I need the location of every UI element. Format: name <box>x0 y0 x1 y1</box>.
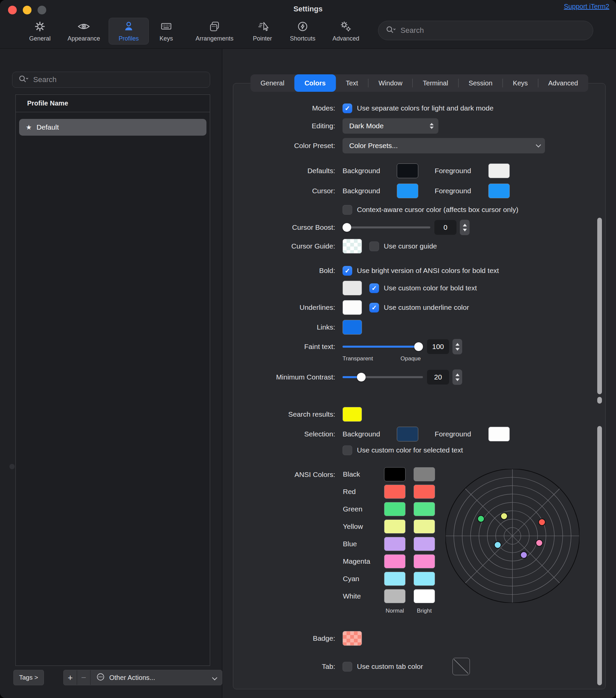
color-wheel-dot[interactable] <box>520 551 528 559</box>
title-bar: Settings Support iTerm2 General Appearan… <box>0 0 616 48</box>
profile-row-default[interactable]: ★ Default <box>19 119 206 136</box>
bold-bright-checkbox[interactable] <box>343 266 352 276</box>
toolbar-label: Appearance <box>67 35 100 42</box>
support-iterm2-link[interactable]: Support iTerm2 <box>564 3 609 10</box>
faint-text-value[interactable]: 100 <box>427 339 449 354</box>
badge-row: Badge: <box>233 631 606 646</box>
color-wheel-dot[interactable] <box>494 541 502 549</box>
toolbar-item-arrangements[interactable]: Arrangements <box>194 19 235 42</box>
remove-profile-button[interactable]: − <box>77 670 91 685</box>
underline-custom-checkbox[interactable] <box>369 303 379 312</box>
search-results-well[interactable] <box>343 407 362 422</box>
profile-search-field[interactable] <box>12 72 210 88</box>
ansi-white-bright-well[interactable] <box>414 589 435 603</box>
toolbar-item-advanced[interactable]: Advanced <box>326 19 366 42</box>
min-contrast-row: Minimum Contrast: 20 <box>233 369 606 385</box>
cursor-background-well[interactable] <box>397 183 418 198</box>
bold-custom-checkbox[interactable] <box>369 283 379 293</box>
star-icon: ★ <box>26 123 32 131</box>
selection-foreground-well[interactable] <box>488 427 510 442</box>
color-preset-dropdown[interactable]: Color Presets... <box>343 138 545 153</box>
ansi-yellow-normal-well[interactable] <box>384 519 406 533</box>
search-input[interactable] <box>400 26 586 35</box>
ansi-magenta-bright-well[interactable] <box>414 554 435 568</box>
search-results-label: Search results: <box>233 410 335 418</box>
tab-color-well-empty[interactable] <box>452 658 470 675</box>
tab-session[interactable]: Session <box>458 74 502 92</box>
modes-checkbox[interactable] <box>343 103 352 113</box>
defaults-label: Defaults: <box>233 167 335 175</box>
tab-colors[interactable]: Colors <box>294 74 336 92</box>
default-foreground-well[interactable] <box>488 164 510 178</box>
faint-text-stepper[interactable] <box>452 339 462 354</box>
scrollbar-thumb[interactable] <box>597 218 602 394</box>
scrollbar-thumb[interactable] <box>597 426 602 685</box>
tab-advanced[interactable]: Advanced <box>538 74 588 92</box>
cursor-boost-stepper[interactable] <box>460 220 469 235</box>
underline-color-well[interactable] <box>343 300 362 315</box>
cursor-boost-slider[interactable] <box>343 220 430 235</box>
bold-custom-text: Use custom color for bold text <box>384 284 477 292</box>
tab-keys[interactable]: Keys <box>503 74 537 92</box>
tab-window[interactable]: Window <box>368 74 412 92</box>
ansi-blue-bright-well[interactable] <box>414 537 435 551</box>
toolbar-item-keys[interactable]: Keys <box>146 19 186 42</box>
selection-custom-checkbox[interactable] <box>343 445 352 455</box>
cursor-guide-checkbox[interactable] <box>369 241 379 251</box>
min-contrast-stepper[interactable] <box>452 369 462 385</box>
profile-search-input[interactable] <box>32 75 204 84</box>
ansi-cyan-normal-well[interactable] <box>384 572 406 586</box>
color-wheel-dot[interactable] <box>538 518 546 526</box>
color-wheel[interactable] <box>446 469 579 603</box>
color-wheel-dot[interactable] <box>477 515 484 522</box>
tags-button[interactable]: Tags > <box>13 670 44 685</box>
editing-popup[interactable]: Dark Mode <box>343 118 438 134</box>
tab-terminal[interactable]: Terminal <box>413 74 458 92</box>
selection-background-well[interactable] <box>397 427 418 442</box>
context-aware-text: Context-aware cursor color (affects box … <box>357 206 519 214</box>
cursor-guide-well[interactable] <box>343 239 362 253</box>
other-actions-button[interactable]: Other Actions... <box>91 670 222 685</box>
ansi-blue-normal-well[interactable] <box>384 537 406 551</box>
toolbar-item-profiles[interactable]: Profiles <box>109 18 149 44</box>
bold-color-well[interactable] <box>343 281 362 295</box>
links-label: Links: <box>233 323 335 331</box>
faint-text-slider[interactable] <box>343 339 423 354</box>
ansi-yellow-bright-well[interactable] <box>414 519 435 533</box>
ansi-green-normal-well[interactable] <box>384 502 406 516</box>
tab-color-checkbox[interactable] <box>343 662 352 672</box>
links-color-well[interactable] <box>343 320 362 335</box>
context-aware-checkbox[interactable] <box>343 205 352 215</box>
ansi-white-normal-well[interactable] <box>384 589 406 603</box>
badge-color-well[interactable] <box>343 631 362 646</box>
ansi-row-blue: Blue <box>343 537 435 551</box>
ansi-red-normal-well[interactable] <box>384 485 406 499</box>
toolbar-item-pointer[interactable]: Pointer <box>242 19 283 42</box>
toolbar-item-general[interactable]: General <box>20 19 60 42</box>
default-background-well[interactable] <box>397 164 418 178</box>
color-wheel-dot[interactable] <box>536 539 543 547</box>
ansi-cyan-bright-well[interactable] <box>414 572 435 586</box>
ansi-red-bright-well[interactable] <box>414 485 435 499</box>
ansi-magenta-normal-well[interactable] <box>384 554 406 568</box>
window-title: Settings <box>0 5 616 13</box>
min-contrast-slider[interactable] <box>343 369 423 385</box>
min-contrast-value[interactable]: 20 <box>427 370 449 385</box>
splitter-handle-dot[interactable] <box>9 464 15 469</box>
toolbar-item-shortcuts[interactable]: Shortcuts <box>283 19 323 42</box>
ansi-green-bright-well[interactable] <box>414 502 435 516</box>
ansi-black-bright-well[interactable] <box>414 467 435 481</box>
add-profile-button[interactable]: + <box>64 670 77 685</box>
ansi-black-normal-well[interactable] <box>384 467 406 481</box>
scrollbar-thumb[interactable] <box>597 397 602 404</box>
search-results-row: Search results: <box>233 407 606 422</box>
cursor-boost-value[interactable]: 0 <box>434 220 456 235</box>
eye-icon <box>77 19 91 33</box>
toolbar-item-appearance[interactable]: Appearance <box>64 19 104 42</box>
cursor-guide-row: Cursor Guide: Use cursor guide <box>233 238 606 254</box>
cursor-foreground-well[interactable] <box>488 183 510 198</box>
toolbar-search-field[interactable] <box>378 21 593 40</box>
tab-general[interactable]: General <box>250 74 294 92</box>
tab-text[interactable]: Text <box>336 74 368 92</box>
color-wheel-dot[interactable] <box>501 513 508 520</box>
